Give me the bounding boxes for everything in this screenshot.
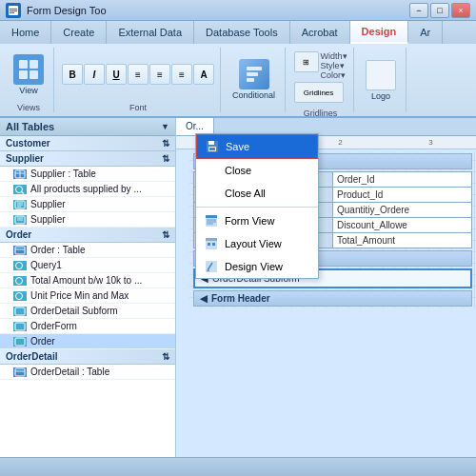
bold-button[interactable]: B — [62, 64, 83, 85]
discount-value[interactable]: Discount_Allowe — [333, 218, 471, 232]
context-menu-save[interactable]: Save — [196, 134, 318, 159]
svg-point-25 — [16, 262, 23, 268]
conditional-label: Conditional — [232, 90, 275, 100]
close-button[interactable]: × — [451, 3, 470, 18]
color-option[interactable]: Color▾ — [321, 70, 347, 80]
list-item[interactable]: All products supplied by ... — [0, 182, 175, 197]
list-item[interactable]: Supplier — [0, 197, 175, 212]
tab-acrobat[interactable]: Acrobat — [290, 21, 350, 44]
logo-button[interactable]: Logo — [362, 58, 400, 103]
view-button[interactable]: View — [10, 52, 48, 97]
svg-point-27 — [16, 292, 23, 299]
gridlines-controls: ⊞ Width▾ Style▾ Color▾ Gridlines — [294, 51, 347, 103]
sub-form-header-icon: ◀ — [200, 293, 208, 304]
context-menu-close-all[interactable]: Close All — [196, 182, 318, 205]
list-item[interactable]: Order : Table — [0, 243, 175, 258]
logo-label: Logo — [371, 91, 390, 101]
tab-ar[interactable]: Ar — [408, 21, 443, 44]
align-left-button[interactable]: ≡ — [128, 64, 149, 85]
logo-icon — [366, 60, 396, 90]
align-right-button[interactable]: ≡ — [171, 64, 192, 85]
supplier-form1-label: Supplier — [30, 199, 66, 209]
list-item[interactable]: Unit Price Min and Max — [0, 288, 175, 304]
list-item[interactable]: Order — [0, 334, 175, 349]
tab-create[interactable]: Create — [51, 21, 107, 44]
gridlines-button2[interactable]: Gridlines — [294, 82, 344, 103]
save-icon — [205, 139, 220, 154]
tab-database-tools[interactable]: Database Tools — [194, 21, 290, 44]
supplier-table-label: Supplier : Table — [30, 169, 96, 179]
gridlines-button[interactable]: ⊞ — [294, 51, 319, 72]
query-icon — [13, 185, 27, 194]
logo-group-content: Logo — [362, 48, 400, 112]
quantity-value[interactable]: Quantitiy_Ordere — [333, 203, 471, 217]
context-menu: Save Close Close All Form View — [195, 133, 319, 279]
order-collapse-icon: ⇅ — [162, 229, 169, 240]
orderdetail-collapse-icon: ⇅ — [162, 351, 169, 362]
tab-design[interactable]: Design — [350, 21, 409, 44]
group-header-orderdetail[interactable]: OrderDetail ⇅ — [0, 349, 175, 365]
query1-icon — [13, 261, 27, 270]
svg-rect-8 — [247, 67, 262, 70]
form-icon — [13, 200, 27, 209]
orderdetail-table-label: OrderDetail : Table — [30, 367, 109, 377]
product-id-value[interactable]: Product_Id — [333, 188, 471, 202]
list-item[interactable]: OrderDetail : Table — [0, 365, 175, 380]
align-center-button[interactable]: ≡ — [149, 64, 170, 85]
supplier-form2-label: Supplier — [30, 214, 66, 225]
tab-external-data[interactable]: External Data — [107, 21, 194, 44]
conditional-button[interactable]: Conditional — [228, 57, 279, 102]
panel-dropdown-icon[interactable]: ▼ — [161, 122, 169, 131]
context-menu-form-view[interactable]: Form View — [196, 209, 318, 232]
list-item[interactable]: Total Amount b/w 10k to ... — [0, 273, 175, 288]
form-icon2 — [13, 215, 27, 225]
orderdetail-subform-label: OrderDetail Subform — [30, 306, 118, 316]
order-id-value[interactable]: Order_Id — [333, 172, 471, 187]
close-all-icon — [204, 186, 219, 201]
close-all-label: Close All — [225, 188, 266, 199]
query1-label: Query1 — [30, 260, 62, 270]
width-option[interactable]: Width▾ — [321, 51, 347, 61]
tab-home[interactable]: Home — [0, 21, 51, 44]
layout-view-icon — [204, 236, 219, 251]
svg-rect-30 — [15, 338, 25, 346]
save-label: Save — [226, 141, 249, 152]
customer-group-label: Customer — [6, 138, 50, 149]
total-query-icon — [13, 276, 27, 286]
panel-content: Customer ⇅ Supplier ⇅ Supplier : Table A… — [0, 136, 175, 457]
style-option[interactable]: Style▾ — [321, 61, 347, 70]
context-menu-separator1 — [196, 207, 318, 208]
context-menu-layout-view[interactable]: Layout View — [196, 232, 318, 255]
list-item[interactable]: OrderDetail Subform — [0, 304, 175, 319]
form-view-icon — [204, 213, 219, 228]
views-group-content: View — [10, 48, 48, 101]
underline-button[interactable]: U — [106, 64, 127, 85]
italic-button[interactable]: I — [84, 64, 105, 85]
context-menu-design-view[interactable]: Design View — [196, 255, 318, 278]
customer-collapse-icon: ⇅ — [162, 138, 169, 149]
list-item[interactable]: Query1 — [0, 258, 175, 273]
svg-rect-28 — [15, 307, 25, 315]
ribbon-tabs: Home Create External Data Database Tools… — [0, 21, 476, 44]
maximize-button[interactable]: □ — [430, 3, 449, 18]
total-amount-cell-value[interactable]: Total_Amount — [333, 233, 471, 248]
order-group-label: Order — [6, 229, 31, 240]
svg-rect-5 — [30, 60, 38, 69]
supplier-collapse-icon: ⇅ — [162, 153, 169, 164]
font-group-content: B I U ≡ ≡ ≡ A — [62, 48, 214, 101]
right-panel: Or... 1 2 3 Save Close Close All — [176, 118, 476, 457]
svg-rect-45 — [212, 243, 215, 246]
context-menu-close[interactable]: Close — [196, 159, 318, 182]
minimize-button[interactable]: − — [409, 3, 428, 18]
svg-rect-31 — [15, 368, 25, 376]
group-header-supplier[interactable]: Supplier ⇅ — [0, 151, 175, 167]
unit-price-label: Unit Price Min and Max — [30, 290, 129, 301]
ribbon-group-logo: Logo — [356, 48, 407, 112]
group-header-order[interactable]: Order ⇅ — [0, 228, 175, 243]
list-item[interactable]: Supplier — [0, 212, 175, 228]
list-item[interactable]: OrderForm — [0, 319, 175, 334]
list-item[interactable]: Supplier : Table — [0, 167, 175, 182]
font-color-button[interactable]: A — [193, 64, 214, 85]
group-header-customer[interactable]: Customer ⇅ — [0, 136, 175, 151]
svg-rect-1 — [10, 9, 17, 10]
